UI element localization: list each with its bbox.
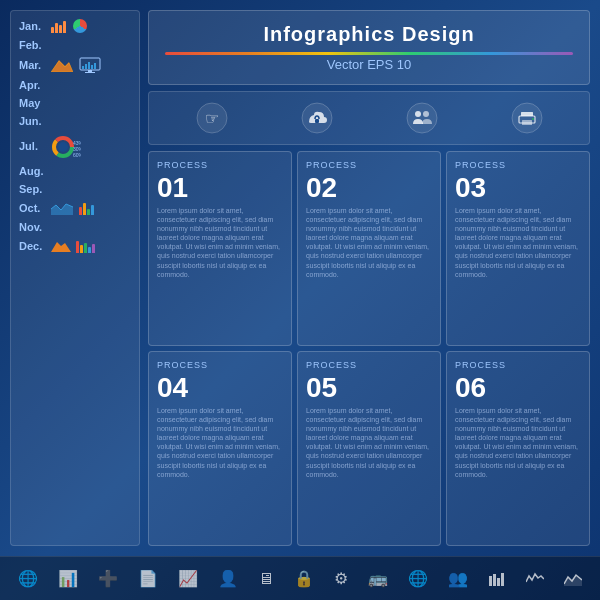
svg-marker-0 (51, 60, 73, 72)
month-row-dec: Dec. (15, 237, 135, 255)
globe-icon[interactable]: 🌐 (18, 569, 38, 588)
svg-rect-5 (82, 66, 84, 69)
wave2-icon[interactable] (564, 572, 582, 586)
globe2-icon[interactable]: 🌐 (408, 569, 428, 588)
month-label-jul: Jul. (19, 140, 47, 152)
process-title-05: PROCESS (306, 360, 432, 370)
month-row-feb: Feb. (15, 37, 135, 53)
dec-bars-icon (76, 239, 95, 253)
svg-marker-35 (564, 575, 582, 586)
header-box: Infographics Design Vector EPS 10 (148, 10, 590, 85)
month-icons-dec (51, 239, 131, 253)
process-text-06: Lorem ipsum dolor sit amet, consectetuer… (455, 406, 581, 479)
process-number-03: 03 (455, 174, 581, 202)
process-number-02: 02 (306, 174, 432, 202)
month-label-jun: Jun. (19, 115, 47, 127)
bus-icon[interactable]: 🚌 (368, 569, 388, 588)
svg-point-30 (532, 118, 534, 120)
month-icons-mar (51, 57, 131, 73)
bar-chart-icon[interactable]: 📊 (58, 569, 78, 588)
process-card-06: PROCESS 06 Lorem ipsum dolor sit amet, c… (446, 351, 590, 546)
svg-text:60%: 60% (73, 152, 81, 158)
lock-icon[interactable]: 🔒 (294, 569, 314, 588)
bars-icon (51, 19, 66, 33)
donut-icon: 43% 30% 60% (51, 133, 81, 159)
wave-icon[interactable] (526, 572, 544, 586)
month-label-nov: Nov. (19, 221, 47, 233)
month-row-jan: Jan. (15, 17, 135, 35)
month-row-jul: Jul. 43% 30% 60% (15, 131, 135, 161)
svg-point-13 (58, 142, 68, 152)
icons-row: ☞ (148, 91, 590, 145)
month-row-mar: Mar. (15, 55, 135, 75)
month-label-oct: Oct. (19, 202, 47, 214)
svg-rect-8 (91, 65, 93, 69)
process-text-05: Lorem ipsum dolor sit amet, consectetuer… (306, 406, 432, 479)
process-number-05: 05 (306, 374, 432, 402)
process-text-02: Lorem ipsum dolor sit amet, consectetuer… (306, 206, 432, 279)
month-row-may: May (15, 95, 135, 111)
touch-icon: ☞ (196, 102, 228, 134)
process-title-01: PROCESS (157, 160, 283, 170)
svg-rect-33 (497, 578, 500, 586)
svg-point-24 (415, 111, 421, 117)
mountain2-icon (51, 240, 71, 252)
process-card-03: PROCESS 03 Lorem ipsum dolor sit amet, c… (446, 151, 590, 346)
process-title-03: PROCESS (455, 160, 581, 170)
svg-rect-29 (522, 120, 532, 125)
month-row-sep: Sep. (15, 181, 135, 197)
month-label-aug: Aug. (19, 165, 47, 177)
person-icon[interactable]: 👤 (218, 569, 238, 588)
people-icon-box (406, 102, 438, 134)
svg-rect-4 (85, 72, 95, 73)
doc-icon[interactable]: 📄 (138, 569, 158, 588)
monitor-chart-icon (79, 57, 101, 73)
pie-icon (73, 19, 87, 33)
subtitle: Vector EPS 10 (165, 57, 573, 72)
svg-rect-9 (94, 63, 96, 69)
people2-icon[interactable]: 👥 (448, 569, 468, 588)
top-section: Jan. Feb. Mar. (0, 0, 600, 556)
right-section: Infographics Design Vector EPS 10 ☞ (148, 10, 590, 546)
process-grid: PROCESS 01 Lorem ipsum dolor sit amet, c… (148, 151, 590, 546)
people-lock-icon (406, 102, 438, 134)
month-row-oct: Oct. (15, 199, 135, 217)
process-number-04: 04 (157, 374, 283, 402)
process-title-06: PROCESS (455, 360, 581, 370)
svg-rect-7 (88, 62, 90, 69)
left-sidebar: Jan. Feb. Mar. (10, 10, 140, 546)
plus-icon[interactable]: ➕ (98, 569, 118, 588)
month-row-aug: Aug. (15, 163, 135, 179)
svg-rect-22 (315, 119, 319, 123)
month-icons-jul: 43% 30% 60% (51, 133, 131, 159)
line-chart-icon[interactable]: 📈 (178, 569, 198, 588)
printer-icon (511, 102, 543, 134)
process-card-02: PROCESS 02 Lorem ipsum dolor sit amet, c… (297, 151, 441, 346)
process-card-01: PROCESS 01 Lorem ipsum dolor sit amet, c… (148, 151, 292, 346)
svg-point-25 (423, 111, 429, 117)
svg-text:☞: ☞ (205, 110, 219, 127)
process-title-04: PROCESS (157, 360, 283, 370)
month-row-apr: Apr. (15, 77, 135, 93)
svg-rect-32 (493, 574, 496, 586)
stacked-bars-icon (79, 201, 94, 215)
process-text-04: Lorem ipsum dolor sit amet, consectetuer… (157, 406, 283, 479)
month-row-jun: Jun. (15, 113, 135, 129)
chart2-icon[interactable] (488, 572, 506, 586)
process-card-04: PROCESS 04 Lorem ipsum dolor sit amet, c… (148, 351, 292, 546)
process-title-02: PROCESS (306, 160, 432, 170)
process-number-06: 06 (455, 374, 581, 402)
svg-rect-34 (501, 573, 504, 586)
month-label-apr: Apr. (19, 79, 47, 91)
svg-marker-18 (51, 242, 71, 252)
month-label-dec: Dec. (19, 240, 47, 252)
process-text-03: Lorem ipsum dolor sit amet, consectetuer… (455, 206, 581, 279)
touch-icon-box: ☞ (196, 102, 228, 134)
gear-icon[interactable]: ⚙ (334, 569, 348, 588)
mountain-icon (51, 58, 73, 72)
svg-point-23 (407, 103, 437, 133)
cloud-lock-icon (301, 102, 333, 134)
main-container: Jan. Feb. Mar. (0, 0, 600, 600)
monitor-icon[interactable]: 🖥 (258, 570, 274, 588)
process-number-01: 01 (157, 174, 283, 202)
